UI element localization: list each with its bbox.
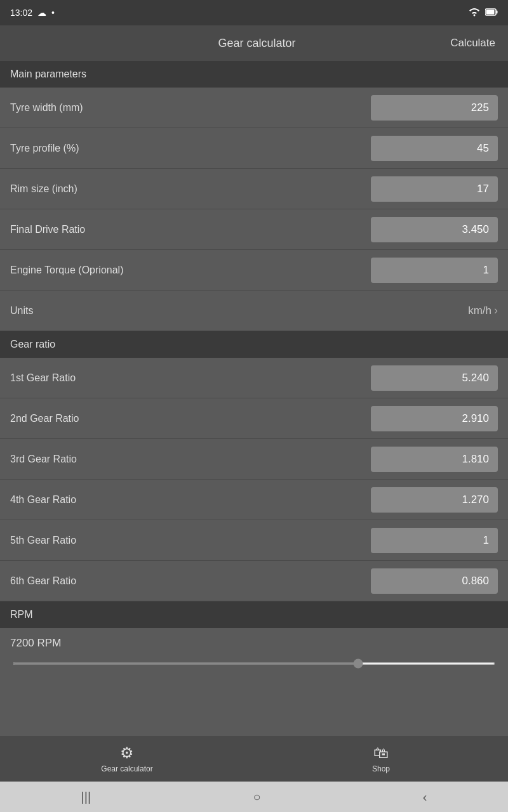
rpm-slider-container xyxy=(10,656,498,667)
main-parameters-header: Main parameters xyxy=(0,61,508,88)
gear-icon: ⚙ xyxy=(120,744,134,762)
time-display: 13:02 xyxy=(10,8,32,18)
tyre-width-input[interactable] xyxy=(371,95,498,121)
battery-icon xyxy=(485,8,498,18)
gear-ratio-3-input[interactable] xyxy=(371,447,498,472)
gear-ratio-2-input[interactable] xyxy=(371,406,498,431)
rim-size-label: Rim size (inch) xyxy=(10,183,371,195)
units-row[interactable]: Units km/h › xyxy=(0,291,508,331)
tyre-width-label: Tyre width (mm) xyxy=(10,102,371,114)
gear-ratio-4-label: 4th Gear Ratio xyxy=(10,494,371,506)
status-bar-left: 13:02 ☁ • xyxy=(10,8,55,18)
gear-ratio-3-row: 3rd Gear Ratio xyxy=(0,439,508,480)
gear-calculator-nav-label: Gear calculator xyxy=(101,764,152,773)
units-selector[interactable]: km/h › xyxy=(468,304,498,317)
rpm-value-display: 7200 RPM xyxy=(10,637,498,650)
engine-torque-row: Engine Torque (Oprional) xyxy=(0,250,508,291)
android-back-button[interactable]: ‹ xyxy=(410,785,440,809)
svg-rect-2 xyxy=(486,10,495,15)
shop-icon: 🛍 xyxy=(373,744,389,762)
rpm-slider[interactable] xyxy=(13,662,495,665)
android-menu-button[interactable]: ||| xyxy=(69,785,104,809)
tyre-profile-label: Tyre profile (%) xyxy=(10,143,371,154)
android-nav-bar: ||| ○ ‹ xyxy=(0,782,508,812)
status-bar-right xyxy=(469,8,498,18)
rpm-section-header: RPM xyxy=(0,601,508,628)
rpm-section: 7200 RPM xyxy=(0,628,508,672)
gear-ratio-6-row: 6th Gear Ratio xyxy=(0,561,508,601)
android-home-button[interactable]: ○ xyxy=(240,785,273,809)
rim-size-input[interactable] xyxy=(371,176,498,202)
final-drive-ratio-row: Final Drive Ratio xyxy=(0,209,508,250)
gear-ratio-header: Gear ratio xyxy=(0,331,508,358)
tyre-width-row: Tyre width (mm) xyxy=(0,88,508,128)
dot-icon: • xyxy=(51,8,55,18)
units-current-value: km/h xyxy=(468,304,491,317)
shop-nav-label: Shop xyxy=(372,764,390,773)
final-drive-ratio-input[interactable] xyxy=(371,217,498,242)
gear-ratio-5-row: 5th Gear Ratio xyxy=(0,520,508,561)
tyre-profile-input[interactable] xyxy=(371,136,498,161)
gear-ratio-1-label: 1st Gear Ratio xyxy=(10,372,371,384)
gear-ratio-3-label: 3rd Gear Ratio xyxy=(10,454,371,465)
chevron-right-icon: › xyxy=(494,304,498,317)
gear-ratio-6-label: 6th Gear Ratio xyxy=(10,575,371,587)
svg-rect-1 xyxy=(497,11,498,14)
cloud-icon: ☁ xyxy=(37,8,46,18)
gear-ratio-1-row: 1st Gear Ratio xyxy=(0,358,508,398)
gear-ratio-1-input[interactable] xyxy=(371,365,498,391)
gear-ratio-2-label: 2nd Gear Ratio xyxy=(10,413,371,424)
gear-ratio-5-input[interactable] xyxy=(371,528,498,553)
wifi-icon xyxy=(469,8,480,18)
top-bar: Gear calculator Calculate xyxy=(0,25,508,61)
engine-torque-input[interactable] xyxy=(371,258,498,283)
gear-ratio-4-input[interactable] xyxy=(371,487,498,513)
calculate-button[interactable]: Calculate xyxy=(450,37,495,49)
status-bar: 13:02 ☁ • xyxy=(0,0,508,25)
gear-ratio-2-row: 2nd Gear Ratio xyxy=(0,398,508,439)
app-title: Gear calculator xyxy=(64,37,450,50)
units-label: Units xyxy=(10,305,468,317)
gear-ratio-4-row: 4th Gear Ratio xyxy=(0,480,508,520)
gear-ratio-5-label: 5th Gear Ratio xyxy=(10,535,371,546)
shop-nav[interactable]: 🛍 Shop xyxy=(254,736,508,782)
bottom-nav: ⚙ Gear calculator 🛍 Shop xyxy=(0,736,508,782)
gear-ratio-6-input[interactable] xyxy=(371,568,498,594)
tyre-profile-row: Tyre profile (%) xyxy=(0,128,508,169)
gear-calculator-nav[interactable]: ⚙ Gear calculator xyxy=(0,736,254,782)
engine-torque-label: Engine Torque (Oprional) xyxy=(10,265,371,276)
rim-size-row: Rim size (inch) xyxy=(0,169,508,209)
final-drive-ratio-label: Final Drive Ratio xyxy=(10,224,371,235)
